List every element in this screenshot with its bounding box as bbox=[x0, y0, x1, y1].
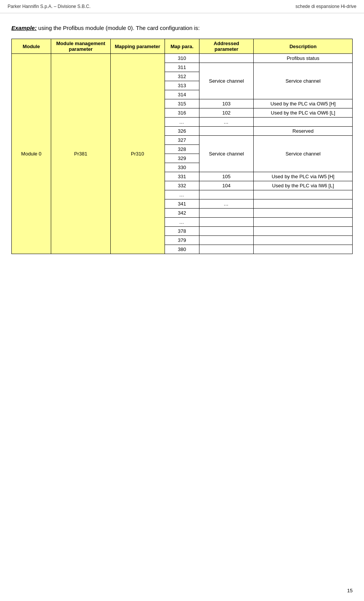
cell-map-329: 329 bbox=[165, 154, 199, 163]
cell-map-342: 342 bbox=[165, 209, 199, 218]
cell-addr-316: 102 bbox=[199, 108, 254, 118]
cell-addr-342 bbox=[199, 209, 254, 218]
cell-addr-341: … bbox=[199, 199, 254, 209]
cell-desc-315: Used by the PLC via OW5 [H] bbox=[254, 99, 353, 108]
cell-addr-dots3 bbox=[199, 218, 254, 227]
cell-map-327: 327 bbox=[165, 136, 199, 145]
cell-addr-service2: Service channel bbox=[199, 136, 254, 172]
cell-desc-378 bbox=[254, 227, 353, 236]
cell-desc-service2: Service channel bbox=[254, 136, 353, 172]
cell-desc-service1: Service channel bbox=[254, 63, 353, 99]
header-left: Parker Hannifin S.p.A. – Divisione S.B.C… bbox=[8, 4, 91, 9]
header-mgmt: Module management parameter bbox=[51, 39, 110, 54]
header-right: schede di espansione Hi-drive bbox=[295, 4, 356, 9]
header-module: Module bbox=[12, 39, 51, 54]
cell-map-379: 379 bbox=[165, 236, 199, 245]
cell-map-328: 328 bbox=[165, 145, 199, 154]
cell-desc-380 bbox=[254, 245, 353, 254]
cell-desc-310: Profibus status bbox=[254, 54, 353, 63]
cell-map-dots2: … bbox=[165, 190, 199, 199]
header-desc: Description bbox=[254, 39, 353, 54]
cell-addr-310 bbox=[199, 54, 254, 63]
cell-map-331: 331 bbox=[165, 172, 199, 181]
cell-desc-331: Used by the PLC via IW5 [H] bbox=[254, 172, 353, 181]
cell-map-378: 378 bbox=[165, 227, 199, 236]
cell-map-311: 311 bbox=[165, 63, 199, 72]
cell-map-310: 310 bbox=[165, 54, 199, 63]
cell-map-312: 312 bbox=[165, 72, 199, 81]
cell-map-330: 330 bbox=[165, 163, 199, 172]
header-map: Map para. bbox=[165, 39, 199, 54]
cell-desc-379 bbox=[254, 236, 353, 245]
cell-desc-dots2 bbox=[254, 190, 353, 199]
cell-desc-dots1 bbox=[254, 118, 353, 127]
cell-addr-dots2 bbox=[199, 190, 254, 199]
cell-addr-dots1: … bbox=[199, 118, 254, 127]
cell-desc-dots3 bbox=[254, 218, 353, 227]
cell-map-380: 380 bbox=[165, 245, 199, 254]
header-addressed: Addressed parameter bbox=[199, 39, 254, 54]
cell-map-315: 315 bbox=[165, 99, 199, 108]
cell-mgmt: Pr381 bbox=[51, 54, 110, 254]
cell-desc-342 bbox=[254, 209, 353, 218]
cell-desc-332: Used by the PLC via IW6 [L] bbox=[254, 181, 353, 190]
config-table: Module Module management parameter Mappi… bbox=[11, 39, 353, 254]
cell-map-313: 313 bbox=[165, 81, 199, 90]
cell-map-314: 314 bbox=[165, 90, 199, 99]
cell-addr-315: 103 bbox=[199, 99, 254, 108]
cell-desc-316: Used by the PLC via OW6 [L] bbox=[254, 108, 353, 118]
cell-desc-341 bbox=[254, 199, 353, 209]
cell-addr-331: 105 bbox=[199, 172, 254, 181]
cell-map-dots1: … bbox=[165, 118, 199, 127]
page-number: 15 bbox=[347, 588, 353, 593]
cell-addr-332: 104 bbox=[199, 181, 254, 190]
cell-addr-380 bbox=[199, 245, 254, 254]
header-mapping: Mapping parameter bbox=[110, 39, 165, 54]
cell-map-332: 332 bbox=[165, 181, 199, 190]
cell-map-316: 316 bbox=[165, 108, 199, 118]
cell-module: Module 0 bbox=[12, 54, 51, 254]
cell-addr-378 bbox=[199, 227, 254, 236]
cell-map-dots3: … bbox=[165, 218, 199, 227]
cell-addr-service1: Service channel bbox=[199, 63, 254, 99]
cell-addr-379 bbox=[199, 236, 254, 245]
cell-addr-326 bbox=[199, 127, 254, 136]
cell-desc-326: Reserved bbox=[254, 127, 353, 136]
cell-mapping: Pr310 bbox=[110, 54, 165, 254]
cell-map-326: 326 bbox=[165, 127, 199, 136]
table-row: Module 0 Pr381 Pr310 310 Profibus status bbox=[12, 54, 353, 63]
example-heading: Example: using the Profibus module (modu… bbox=[11, 25, 353, 31]
cell-map-341: 341 bbox=[165, 199, 199, 209]
